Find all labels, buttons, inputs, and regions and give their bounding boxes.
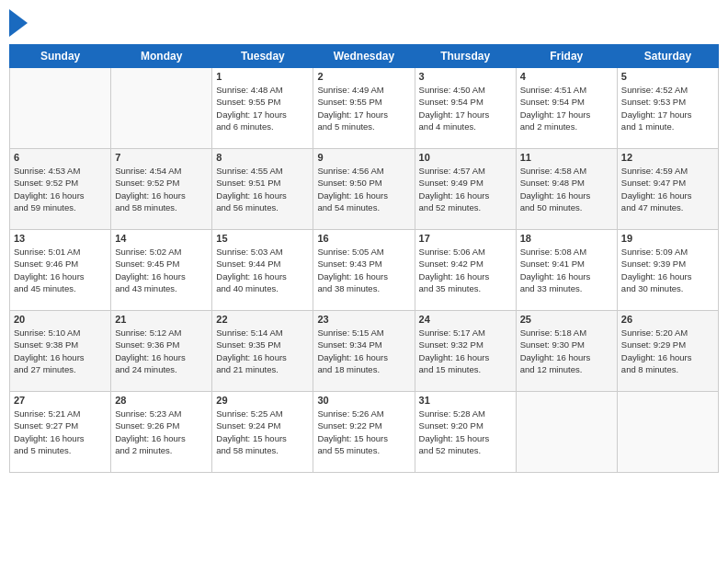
calendar-day-cell <box>10 68 111 149</box>
day-of-week-header: Monday <box>111 45 212 68</box>
day-of-week-header: Saturday <box>617 45 718 68</box>
logo-icon <box>9 9 28 37</box>
day-info: Sunrise: 5:10 AM Sunset: 9:38 PM Dayligh… <box>14 327 107 375</box>
calendar-day-cell: 11Sunrise: 4:58 AM Sunset: 9:48 PM Dayli… <box>516 149 617 230</box>
day-number: 3 <box>419 71 512 82</box>
calendar-week-row: 13Sunrise: 5:01 AM Sunset: 9:46 PM Dayli… <box>10 230 719 311</box>
day-number: 11 <box>520 152 613 163</box>
calendar-day-cell: 22Sunrise: 5:14 AM Sunset: 9:35 PM Dayli… <box>212 311 313 392</box>
day-number: 5 <box>621 71 714 82</box>
calendar-day-cell: 19Sunrise: 5:09 AM Sunset: 9:39 PM Dayli… <box>617 230 718 311</box>
calendar-day-cell: 7Sunrise: 4:54 AM Sunset: 9:52 PM Daylig… <box>111 149 212 230</box>
calendar-day-cell <box>516 392 617 473</box>
day-number: 6 <box>14 152 107 163</box>
calendar-day-cell: 1Sunrise: 4:48 AM Sunset: 9:55 PM Daylig… <box>212 68 313 149</box>
day-number: 29 <box>216 395 309 406</box>
day-number: 9 <box>317 152 410 163</box>
calendar-day-cell: 18Sunrise: 5:08 AM Sunset: 9:41 PM Dayli… <box>516 230 617 311</box>
calendar-day-cell: 6Sunrise: 4:53 AM Sunset: 9:52 PM Daylig… <box>10 149 111 230</box>
calendar-day-cell: 17Sunrise: 5:06 AM Sunset: 9:42 PM Dayli… <box>415 230 516 311</box>
day-info: Sunrise: 5:14 AM Sunset: 9:35 PM Dayligh… <box>216 327 309 375</box>
day-of-week-header: Thursday <box>415 45 516 68</box>
page: SundayMondayTuesdayWednesdayThursdayFrid… <box>0 0 728 563</box>
day-info: Sunrise: 4:50 AM Sunset: 9:54 PM Dayligh… <box>419 84 512 132</box>
calendar-day-cell: 2Sunrise: 4:49 AM Sunset: 9:55 PM Daylig… <box>313 68 415 149</box>
calendar-week-row: 1Sunrise: 4:48 AM Sunset: 9:55 PM Daylig… <box>10 68 719 149</box>
day-info: Sunrise: 4:56 AM Sunset: 9:50 PM Dayligh… <box>317 165 410 213</box>
logo <box>9 9 29 37</box>
calendar-header-row: SundayMondayTuesdayWednesdayThursdayFrid… <box>10 45 719 68</box>
calendar-day-cell: 26Sunrise: 5:20 AM Sunset: 9:29 PM Dayli… <box>617 311 718 392</box>
svg-marker-0 <box>9 9 28 37</box>
day-info: Sunrise: 4:54 AM Sunset: 9:52 PM Dayligh… <box>115 165 208 213</box>
day-info: Sunrise: 5:05 AM Sunset: 9:43 PM Dayligh… <box>317 246 410 294</box>
day-info: Sunrise: 5:09 AM Sunset: 9:39 PM Dayligh… <box>621 246 714 294</box>
day-info: Sunrise: 5:23 AM Sunset: 9:26 PM Dayligh… <box>115 408 208 456</box>
day-number: 17 <box>419 233 512 244</box>
calendar-day-cell: 30Sunrise: 5:26 AM Sunset: 9:22 PM Dayli… <box>313 392 415 473</box>
calendar-day-cell <box>111 68 212 149</box>
day-number: 18 <box>520 233 613 244</box>
calendar-day-cell: 29Sunrise: 5:25 AM Sunset: 9:24 PM Dayli… <box>212 392 313 473</box>
day-of-week-header: Friday <box>516 45 617 68</box>
day-info: Sunrise: 5:01 AM Sunset: 9:46 PM Dayligh… <box>14 246 107 294</box>
day-number: 21 <box>115 314 208 325</box>
day-info: Sunrise: 5:17 AM Sunset: 9:32 PM Dayligh… <box>419 327 512 375</box>
calendar-day-cell: 14Sunrise: 5:02 AM Sunset: 9:45 PM Dayli… <box>111 230 212 311</box>
day-of-week-header: Sunday <box>10 45 111 68</box>
calendar-day-cell: 23Sunrise: 5:15 AM Sunset: 9:34 PM Dayli… <box>313 311 415 392</box>
day-info: Sunrise: 5:06 AM Sunset: 9:42 PM Dayligh… <box>419 246 512 294</box>
calendar-day-cell: 9Sunrise: 4:56 AM Sunset: 9:50 PM Daylig… <box>313 149 415 230</box>
day-of-week-header: Wednesday <box>313 45 415 68</box>
day-number: 31 <box>419 395 512 406</box>
calendar-day-cell: 24Sunrise: 5:17 AM Sunset: 9:32 PM Dayli… <box>415 311 516 392</box>
day-number: 24 <box>419 314 512 325</box>
day-info: Sunrise: 5:12 AM Sunset: 9:36 PM Dayligh… <box>115 327 208 375</box>
day-number: 28 <box>115 395 208 406</box>
day-number: 22 <box>216 314 309 325</box>
day-info: Sunrise: 4:51 AM Sunset: 9:54 PM Dayligh… <box>520 84 613 132</box>
day-info: Sunrise: 4:55 AM Sunset: 9:51 PM Dayligh… <box>216 165 309 213</box>
calendar-day-cell <box>617 392 718 473</box>
calendar-day-cell: 25Sunrise: 5:18 AM Sunset: 9:30 PM Dayli… <box>516 311 617 392</box>
calendar-day-cell: 15Sunrise: 5:03 AM Sunset: 9:44 PM Dayli… <box>212 230 313 311</box>
calendar-day-cell: 4Sunrise: 4:51 AM Sunset: 9:54 PM Daylig… <box>516 68 617 149</box>
calendar-day-cell: 12Sunrise: 4:59 AM Sunset: 9:47 PM Dayli… <box>617 149 718 230</box>
day-number: 14 <box>115 233 208 244</box>
day-info: Sunrise: 4:53 AM Sunset: 9:52 PM Dayligh… <box>14 165 107 213</box>
calendar-week-row: 6Sunrise: 4:53 AM Sunset: 9:52 PM Daylig… <box>10 149 719 230</box>
day-info: Sunrise: 4:59 AM Sunset: 9:47 PM Dayligh… <box>621 165 714 213</box>
day-number: 19 <box>621 233 714 244</box>
day-number: 12 <box>621 152 714 163</box>
day-info: Sunrise: 5:15 AM Sunset: 9:34 PM Dayligh… <box>317 327 410 375</box>
calendar-week-row: 20Sunrise: 5:10 AM Sunset: 9:38 PM Dayli… <box>10 311 719 392</box>
calendar-day-cell: 5Sunrise: 4:52 AM Sunset: 9:53 PM Daylig… <box>617 68 718 149</box>
day-info: Sunrise: 5:26 AM Sunset: 9:22 PM Dayligh… <box>317 408 410 456</box>
day-number: 26 <box>621 314 714 325</box>
calendar-day-cell: 3Sunrise: 4:50 AM Sunset: 9:54 PM Daylig… <box>415 68 516 149</box>
calendar: SundayMondayTuesdayWednesdayThursdayFrid… <box>9 44 719 473</box>
calendar-day-cell: 28Sunrise: 5:23 AM Sunset: 9:26 PM Dayli… <box>111 392 212 473</box>
day-info: Sunrise: 5:02 AM Sunset: 9:45 PM Dayligh… <box>115 246 208 294</box>
day-number: 4 <box>520 71 613 82</box>
day-number: 13 <box>14 233 107 244</box>
day-info: Sunrise: 5:28 AM Sunset: 9:20 PM Dayligh… <box>419 408 512 456</box>
day-number: 10 <box>419 152 512 163</box>
day-info: Sunrise: 5:08 AM Sunset: 9:41 PM Dayligh… <box>520 246 613 294</box>
calendar-day-cell: 13Sunrise: 5:01 AM Sunset: 9:46 PM Dayli… <box>10 230 111 311</box>
day-number: 7 <box>115 152 208 163</box>
calendar-day-cell: 20Sunrise: 5:10 AM Sunset: 9:38 PM Dayli… <box>10 311 111 392</box>
day-number: 27 <box>14 395 107 406</box>
day-info: Sunrise: 5:03 AM Sunset: 9:44 PM Dayligh… <box>216 246 309 294</box>
day-number: 16 <box>317 233 410 244</box>
day-info: Sunrise: 4:58 AM Sunset: 9:48 PM Dayligh… <box>520 165 613 213</box>
day-number: 23 <box>317 314 410 325</box>
day-info: Sunrise: 5:25 AM Sunset: 9:24 PM Dayligh… <box>216 408 309 456</box>
day-number: 15 <box>216 233 309 244</box>
calendar-day-cell: 8Sunrise: 4:55 AM Sunset: 9:51 PM Daylig… <box>212 149 313 230</box>
day-info: Sunrise: 5:21 AM Sunset: 9:27 PM Dayligh… <box>14 408 107 456</box>
day-info: Sunrise: 4:52 AM Sunset: 9:53 PM Dayligh… <box>621 84 714 132</box>
header <box>9 9 719 37</box>
day-number: 8 <box>216 152 309 163</box>
day-info: Sunrise: 5:20 AM Sunset: 9:29 PM Dayligh… <box>621 327 714 375</box>
